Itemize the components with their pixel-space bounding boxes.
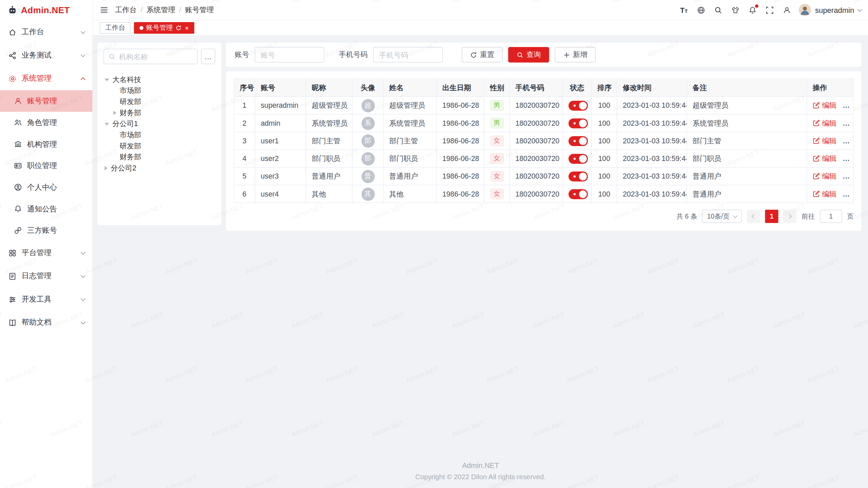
edit-button-label: 编辑 (822, 100, 836, 110)
cell-phone: 18020030720 (510, 97, 563, 114)
tree-node[interactable]: 分公司2 (103, 163, 215, 174)
sidebar-item-label: 业务测试 (22, 50, 77, 60)
tree-node[interactable]: 财务部 (103, 151, 215, 163)
bell-icon[interactable] (748, 5, 757, 15)
caret-down-icon[interactable] (105, 123, 109, 125)
cell-remark: 超级管理员 (687, 97, 807, 114)
accounts-table: 序号 账号 昵称 头像 姓名 出生日期 性别 手机号码 状态 排序 修改时间 (234, 79, 854, 203)
tab-close-icon[interactable]: × (185, 25, 189, 32)
user-menu[interactable]: superadmin (799, 4, 862, 16)
edit-button[interactable]: 编辑 (813, 118, 836, 128)
caret-right-icon[interactable] (114, 111, 116, 115)
tree-node[interactable]: 研发部 (103, 141, 215, 152)
font-size-icon[interactable]: TT (679, 5, 689, 15)
status-toggle[interactable] (569, 154, 588, 163)
tree-node[interactable]: 财务部 (103, 107, 215, 119)
sliders-icon (8, 295, 17, 304)
fullscreen-icon[interactable] (765, 5, 774, 15)
add-button[interactable]: 新增 (555, 47, 596, 63)
status-toggle[interactable] (569, 189, 588, 199)
caret-right-icon[interactable] (105, 166, 107, 170)
row-more-button[interactable]: … (843, 155, 850, 163)
sidebar-item-business-test[interactable]: 业务测试 (0, 44, 93, 67)
cell-modified: 2023-01-03 10:59:44 (617, 167, 687, 185)
edit-button[interactable]: 编辑 (813, 100, 836, 110)
goto-page-input[interactable] (820, 210, 842, 223)
sidebar-item-third-party-account[interactable]: 三方账号 (0, 220, 93, 241)
tree-node[interactable]: 大名科技 (103, 74, 215, 85)
row-more-button[interactable]: … (843, 137, 850, 145)
sidebar-item-help-docs[interactable]: 帮助文档 (0, 311, 93, 334)
reset-button[interactable]: 重置 (462, 47, 503, 63)
theme-shirt-icon[interactable] (730, 5, 740, 15)
status-toggle[interactable] (569, 136, 588, 146)
sidebar-item-platform-management[interactable]: 平台管理 (0, 241, 93, 265)
status-toggle[interactable] (569, 100, 588, 110)
status-toggle[interactable] (569, 118, 588, 128)
page-button-1[interactable]: 1 (765, 210, 778, 223)
sidebar-item-role-management[interactable]: 角色管理 (0, 112, 93, 134)
caret-down-icon[interactable] (105, 78, 109, 81)
row-more-button[interactable]: … (843, 119, 850, 127)
edit-button[interactable]: 编辑 (813, 189, 836, 199)
tree-node[interactable]: 分公司1 (103, 118, 215, 129)
tab-refresh-icon[interactable] (176, 25, 182, 31)
org-search-box (103, 49, 198, 64)
avatar: 普 (361, 169, 374, 183)
status-toggle[interactable] (569, 171, 588, 181)
cell-sex: 女 (484, 167, 510, 185)
sidebar-item-org-management[interactable]: 机构管理 (0, 133, 93, 155)
sidebar-item-workbench[interactable]: 工作台 (0, 20, 93, 44)
row-more-button[interactable]: … (843, 190, 850, 198)
profile-settings-icon[interactable] (782, 5, 792, 15)
sidebar-item-dev-tools[interactable]: 开发工具 (0, 288, 93, 311)
sidebar-item-position-management[interactable]: 职位管理 (0, 155, 93, 177)
cell-no: 1 (234, 97, 255, 114)
sidebar-item-notice[interactable]: 通知公告 (0, 198, 93, 220)
org-search-input[interactable] (119, 52, 193, 60)
row-more-button[interactable]: … (843, 172, 850, 180)
tab-account-management[interactable]: 账号管理 × (134, 22, 194, 34)
hamburger-menu-icon[interactable] (100, 5, 108, 14)
account-input[interactable] (255, 47, 324, 63)
cell-order: 100 (591, 167, 617, 185)
sidebar-item-log-management[interactable]: 日志管理 (0, 264, 93, 288)
app-root: Admin.NET 工作台 业务测试 系统管理 账号管理 (0, 0, 868, 488)
edit-button[interactable]: 编辑 (813, 136, 836, 146)
cell-order: 100 (591, 114, 617, 132)
breadcrumb-item[interactable]: 系统管理 (146, 5, 185, 15)
language-globe-icon[interactable] (696, 5, 706, 15)
cell-nickname: 其他 (306, 185, 352, 203)
col-nickname: 昵称 (306, 79, 352, 97)
sidebar-item-account-management[interactable]: 账号管理 (0, 90, 93, 112)
row-more-button[interactable]: … (843, 101, 850, 109)
search-icon[interactable] (713, 5, 723, 15)
query-form: 账号 手机号码 重置 查询 新增 (226, 43, 861, 67)
phone-label: 手机号码 (339, 50, 368, 60)
prev-page-button[interactable] (747, 210, 760, 223)
breadcrumb-item[interactable]: 工作台 (115, 5, 146, 15)
cell-name: 部门主管 (383, 132, 437, 149)
tree-node[interactable]: 市场部 (103, 129, 215, 141)
tree-node[interactable]: 研发部 (103, 96, 215, 107)
id-card-icon (13, 161, 22, 170)
edit-button[interactable]: 编辑 (813, 154, 836, 163)
search-button[interactable]: 查询 (508, 47, 549, 63)
page-size-value: 10条/页 (707, 211, 729, 221)
cell-sex: 男 (484, 97, 510, 114)
next-page-button[interactable] (783, 210, 796, 223)
page-size-select[interactable]: 10条/页 (702, 210, 742, 223)
tree-more-button[interactable]: … (201, 49, 215, 64)
sidebar-item-personal-center[interactable]: 个人中心 (0, 177, 93, 198)
phone-input[interactable] (373, 47, 443, 63)
pagination-total: 共 6 条 (676, 211, 697, 221)
sidebar-item-system-management[interactable]: 系统管理 (0, 67, 93, 90)
cell-nickname: 超级管理员 (306, 97, 352, 114)
profile-icon (13, 183, 22, 192)
cell-name: 普通用户 (383, 167, 437, 185)
tab-workbench[interactable]: 工作台 (100, 22, 131, 34)
cell-status (563, 114, 592, 132)
tree-node[interactable]: 市场部 (103, 85, 215, 96)
edit-button[interactable]: 编辑 (813, 171, 836, 181)
cell-sex: 女 (484, 185, 510, 203)
